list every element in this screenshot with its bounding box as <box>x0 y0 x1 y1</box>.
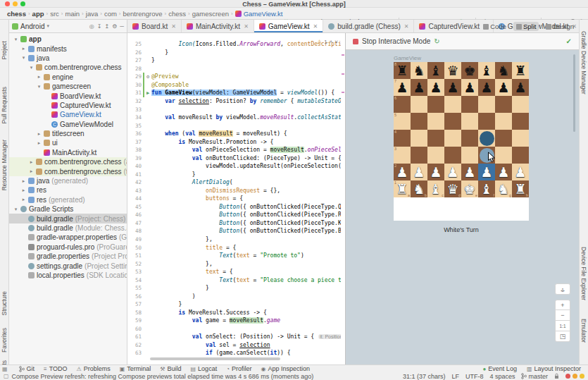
code-area[interactable]: 25Icon(Icons.Filled.ArrowForward, conten… <box>127 40 341 357</box>
run-preview-icon[interactable]: ▶ <box>144 90 151 96</box>
code-line-56[interactable]: 56) <box>127 292 341 300</box>
square-c4[interactable] <box>427 130 444 147</box>
code-line-29[interactable]: 29⚙@Preview <box>127 73 341 81</box>
code-line-59[interactable]: 59val game = moveResult.game <box>127 317 341 325</box>
breadcrumb-item[interactable]: main <box>65 10 80 18</box>
code-line-28[interactable]: 28 <box>127 65 341 73</box>
tab-mainactivity-kt[interactable]: MainActivity.kt✕ <box>182 20 254 32</box>
code-line-46[interactable]: 46Button({ onButtonClicked(PieceType.Roo… <box>127 211 341 219</box>
tree-item-com-bentrengrove-chess[interactable]: ▾com.bentrengrove.chess <box>9 63 127 72</box>
tree-item-java[interactable]: ▾java <box>9 54 127 63</box>
square-g8[interactable]: ♞ <box>495 62 512 79</box>
toolwindow-button-logcat[interactable]: ▤Logcat <box>191 365 218 372</box>
status-indicator-icon[interactable] <box>573 374 577 379</box>
square-e7[interactable]: ♟ <box>461 79 478 96</box>
code-line-53[interactable]: 53text = { <box>127 268 341 276</box>
square-e6[interactable] <box>461 96 478 113</box>
close-tab-icon[interactable]: ✕ <box>244 23 249 30</box>
square-b4[interactable] <box>411 130 427 147</box>
square-c2[interactable]: ♟ <box>427 164 444 180</box>
breadcrumb-item[interactable]: src <box>50 10 59 18</box>
code-line-41[interactable]: 41} <box>127 171 341 179</box>
toolwindow-button-build[interactable]: ⚒Build <box>160 365 181 372</box>
code-line-62[interactable]: 62val sel = selection <box>127 341 341 350</box>
horizontal-scrollbar[interactable] <box>150 357 280 360</box>
caret-position[interactable]: 31:1 (37 chars) <box>403 373 446 380</box>
tab-build-gradle-chess-[interactable]: build.gradle (Chess)✕ <box>323 20 414 32</box>
breadcrumb-item[interactable]: java <box>86 10 98 18</box>
tab-gameview-kt[interactable]: GameView.kt✕ <box>254 20 323 32</box>
next-issue-icon[interactable]: ˅ <box>334 39 338 45</box>
square-h1[interactable]: h♜ <box>512 180 529 197</box>
square-b1[interactable]: b♞ <box>411 180 427 197</box>
square-h3[interactable] <box>512 147 529 164</box>
square-f8[interactable]: ♝ <box>478 62 495 79</box>
hide-icon[interactable]: ─ <box>120 23 124 30</box>
square-e4[interactable] <box>461 130 478 147</box>
toolwindow-button-todo[interactable]: ≡TODO <box>44 365 68 372</box>
git-branch-widget[interactable]: master <box>521 373 548 380</box>
square-a2[interactable]: 2♟ <box>394 164 411 180</box>
code-line-39[interactable]: 39val onButtonClicked: (PieceType) -> Un… <box>127 154 341 162</box>
toolwindow-button-terminal[interactable]: ▣Terminal <box>120 365 151 372</box>
square-c3[interactable] <box>427 147 444 164</box>
square-h2[interactable]: ♟ <box>512 164 529 180</box>
code-line-61[interactable]: 61val onSelect: (Position) -> Unit = { i… <box>127 333 341 341</box>
square-d6[interactable] <box>444 96 461 113</box>
toolwindow-button-git[interactable]: Git <box>19 365 35 372</box>
close-tab-icon[interactable]: ✕ <box>313 23 318 30</box>
pan-button[interactable]: ↔↕ <box>555 283 570 295</box>
toolwindow-button-layout-inspector[interactable]: ▥Layout Inspector <box>527 365 581 372</box>
tree-item-titlescreen[interactable]: ▸titlescreen <box>9 129 127 138</box>
chess-board[interactable]: 8♜♞♝♛♚♝♞♜7♟♟♟♟♟♟♟♟65432♟♟♟♟♟♟♟♟1a♜b♞c♝d♛… <box>394 62 529 197</box>
square-d8[interactable]: ♛ <box>444 62 461 79</box>
square-e8[interactable]: ♚ <box>461 62 478 79</box>
code-line-26[interactable]: 26} <box>127 49 341 57</box>
square-e1[interactable]: e♚ <box>461 180 478 197</box>
locate-icon[interactable]: ◎ <box>89 23 94 30</box>
refresh-icon[interactable]: ↻ <box>434 37 439 45</box>
code-line-52[interactable]: 52}, <box>127 259 341 268</box>
tree-item-gamescreen[interactable]: ▾gamescreen <box>9 82 127 91</box>
tool-strip-resource-manager[interactable]: Resource Manager <box>1 140 8 190</box>
code-line-57[interactable]: 57} <box>127 300 341 309</box>
zoom-to-fit-button[interactable]: ◳ <box>555 331 570 342</box>
zoom-out-button[interactable]: − <box>555 310 570 321</box>
square-e3[interactable] <box>461 147 478 164</box>
code-line-42[interactable]: 42AlertDialog( <box>127 178 341 187</box>
tree-item-app[interactable]: ▾app <box>9 35 127 44</box>
mode-design[interactable]: Design <box>543 22 577 31</box>
square-f2[interactable]: ♟ <box>478 164 495 180</box>
code-line-40[interactable]: 40viewModel.updateResult(onPieceSelectio… <box>127 162 341 171</box>
tool-window-switcher-icon[interactable]: ▦ <box>0 366 8 372</box>
status-indicator-icon[interactable] <box>565 374 570 379</box>
tool-strip-structure[interactable]: Structure <box>1 291 8 316</box>
tree-item-local-properties[interactable]: local.properties (SDK Location) <box>9 271 127 280</box>
square-f1[interactable]: f♝ <box>478 180 495 197</box>
tool-strip-device-manager[interactable]: Device Manager <box>580 51 587 94</box>
close-tab-icon[interactable]: ✕ <box>171 23 176 30</box>
square-g2[interactable]: ♟ <box>495 164 512 180</box>
code-line-32[interactable]: 32var selection: Position? by remember {… <box>127 97 341 106</box>
square-a7[interactable]: 7♟ <box>394 79 411 96</box>
tree-item-com-bentrengrove-chess[interactable]: ▸com.bentrengrove.chess (test) <box>9 166 127 176</box>
code-line-55[interactable]: 55} <box>127 284 341 293</box>
tree-item-manifests[interactable]: ▸manifests <box>9 44 127 53</box>
square-b6[interactable] <box>411 96 427 113</box>
file-encoding[interactable]: UTF-8 <box>465 373 484 380</box>
tree-item-res[interactable]: ▸res <box>9 185 127 195</box>
tree-item-gameviewmodel[interactable]: CGameViewModel <box>9 120 127 129</box>
square-b8[interactable]: ♞ <box>411 62 427 79</box>
code-line-45[interactable]: 45Button({ onButtonClicked(PieceType.Que… <box>127 203 341 212</box>
square-b7[interactable]: ♟ <box>411 79 427 96</box>
tree-item-boardview-kt[interactable]: BoardView.kt <box>9 91 127 100</box>
square-e5[interactable] <box>461 113 478 130</box>
breadcrumb-item[interactable]: app <box>32 10 44 18</box>
code-line-50[interactable]: 50title = { <box>127 243 341 252</box>
square-g4[interactable] <box>495 130 512 147</box>
mode-split[interactable]: Split <box>513 22 539 31</box>
code-line-37[interactable]: 37is MoveResult.Promotion -> { <box>127 137 341 146</box>
code-line-48[interactable]: 48Button({ onButtonClicked(PieceType.Bis… <box>127 227 341 235</box>
tree-item-gradle-scripts[interactable]: ▾Gradle Scripts <box>9 204 127 214</box>
tool-strip-pull-requests[interactable]: Pull Requests <box>1 87 8 123</box>
